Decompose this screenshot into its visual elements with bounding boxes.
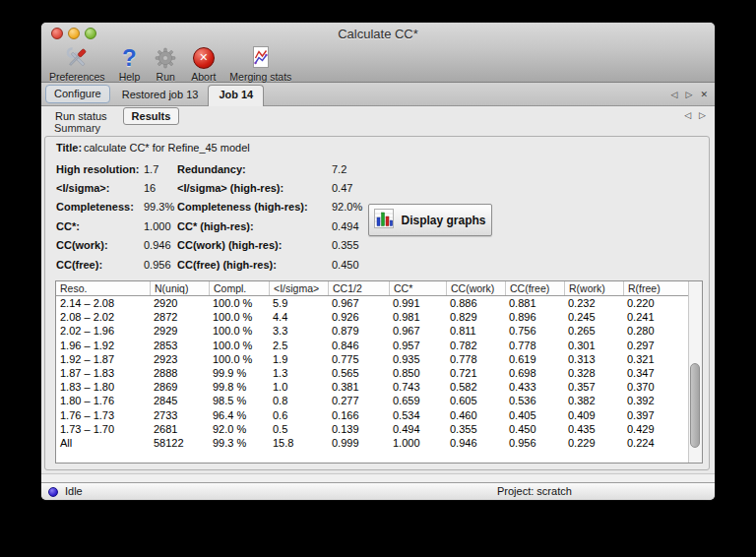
table-row[interactable]: 1.83 – 1.80286999.8 %1.00.3810.7430.5820… (56, 380, 688, 394)
table-cell: 0.619 (505, 352, 564, 366)
table-row[interactable]: 1.76 – 1.73273396.4 %0.60.1660.5340.4600… (56, 408, 688, 422)
table-cell: 0.6 (269, 408, 328, 422)
tools-icon (64, 44, 90, 71)
table-cell: 0.397 (623, 408, 688, 422)
tab-job-14[interactable]: Job 14 (208, 85, 264, 106)
subtab-scroll-right-icon[interactable]: ▷ (699, 110, 706, 120)
table-cell: 0.967 (389, 324, 446, 338)
tab-close-icon[interactable]: ✕ (700, 90, 708, 99)
table-cell: 1.9 (269, 352, 328, 366)
table-cell: 0.409 (564, 408, 623, 422)
column-header[interactable]: R(work) (564, 281, 623, 295)
table-cell: 2872 (150, 310, 209, 324)
table-cell: 0.328 (564, 366, 623, 380)
table-row[interactable]: 1.73 – 1.70268192.0 %0.50.1390.4940.3550… (56, 422, 688, 436)
table-row[interactable]: 1.96 – 1.922853100.0 %2.50.8460.9570.782… (56, 339, 688, 352)
table-cell: 1.80 – 1.76 (56, 394, 150, 407)
preferences-button[interactable]: Preferences (47, 43, 107, 83)
column-header[interactable]: CC(free) (505, 281, 564, 295)
table-cell: 0.229 (564, 436, 623, 450)
table-cell: 0.301 (564, 339, 623, 352)
table-row[interactable]: 1.80 – 1.76284598.5 %0.80.2770.6590.6050… (56, 394, 688, 407)
table-cell: 2853 (150, 339, 209, 352)
toolbar-item-label: Preferences (49, 71, 105, 83)
summary-value: 1.000 (144, 220, 177, 232)
column-header[interactable]: N(uniq) (150, 281, 209, 295)
result-tab-bar: Run status Results ◁ ▷ (41, 106, 715, 125)
table-row[interactable]: 1.87 – 1.83288899.9 %1.30.5650.8500.7210… (56, 366, 688, 380)
scrollbar-thumb[interactable] (690, 363, 700, 448)
column-header[interactable]: R(free) (623, 281, 688, 295)
table-cell: 0.850 (389, 366, 446, 380)
column-header[interactable]: CC* (389, 281, 446, 295)
abort-button[interactable]: ✕ Abort (189, 43, 218, 83)
summary-title-row: Title:calculate CC* for Refine_45 model (56, 142, 250, 154)
table-cell: 99.8 % (209, 380, 269, 394)
summary-label: Completeness (high-res): (177, 201, 332, 213)
table-cell: 0.778 (446, 352, 505, 366)
run-button[interactable]: Run (152, 43, 179, 83)
table-scrollbar[interactable] (688, 281, 702, 463)
column-header[interactable]: <I/sigma> (269, 281, 328, 295)
table-cell: 2.14 – 2.08 (56, 296, 150, 310)
table-row[interactable]: 2.02 – 1.962929100.0 %3.30.8790.9670.811… (56, 324, 688, 338)
summary-label: <I/sigma>: (56, 182, 144, 194)
column-header[interactable]: Compl. (209, 281, 269, 295)
summary-value: 0.946 (144, 239, 177, 251)
table-cell: 2.5 (269, 339, 328, 352)
window-title: Calculate CC* (41, 27, 715, 41)
toolbar-item-label: Run (157, 71, 175, 83)
pane-bottom-strip (41, 473, 715, 482)
summary-value: 7.2 (332, 163, 401, 175)
table-cell: 0.5 (269, 422, 328, 436)
table-row[interactable]: 2.08 – 2.022872100.0 %4.40.9260.9810.829… (56, 310, 688, 324)
tab-results[interactable]: Results (123, 107, 180, 125)
table-cell: 0.534 (389, 408, 446, 422)
column-header[interactable]: CC(work) (446, 281, 505, 295)
project-label: Project: scratch (497, 485, 572, 497)
summary-label: CC(free) (high-res): (177, 259, 332, 271)
table-cell: 0.981 (389, 310, 446, 324)
table-cell: 0.935 (389, 352, 446, 366)
summary-value: 0.450 (332, 259, 401, 271)
table-cell: 1.92 – 1.87 (56, 352, 150, 366)
help-button[interactable]: ? Help (117, 43, 143, 83)
tab-scroll-left-icon[interactable]: ◁ (671, 90, 678, 99)
summary-value: 16 (144, 182, 177, 194)
table-cell: 0.565 (328, 366, 389, 380)
table-cell: 0.896 (505, 310, 564, 324)
table-cell: 2681 (150, 422, 209, 436)
summary-value: 0.47 (332, 182, 401, 194)
column-header[interactable]: Reso. (56, 281, 150, 295)
table-row[interactable]: All5812299.3 %15.80.9991.0000.9460.9560.… (56, 436, 688, 450)
table-cell: 1.3 (269, 366, 328, 380)
toolbar-item-label: Merging stats (229, 71, 291, 83)
summary-title-label: Title: (56, 142, 84, 154)
display-graphs-button[interactable]: Display graphs (368, 204, 492, 236)
table-row[interactable]: 1.92 – 1.872923100.0 %1.90.7750.9350.778… (56, 352, 688, 366)
gear-icon (154, 44, 177, 71)
summary-value: 0.956 (144, 259, 177, 271)
tab-scroll-right-icon[interactable]: ▷ (686, 90, 693, 99)
table-cell: 0.698 (505, 366, 564, 380)
status-led-icon (48, 487, 58, 497)
table-cell: 0.280 (623, 324, 688, 338)
table-cell: 0.392 (623, 394, 688, 407)
table-row[interactable]: 2.14 – 2.082920100.0 %5.90.9670.9910.886… (56, 296, 688, 310)
subtab-scroll-left-icon[interactable]: ◁ (684, 110, 691, 120)
results-table: Reso.N(uniq)Compl.<I/sigma>CC1/2CC*CC(wo… (55, 280, 703, 464)
tab-restored-job-13[interactable]: Restored job 13 (112, 85, 209, 105)
summary-label: Completeness: (56, 201, 144, 213)
column-header[interactable]: CC1/2 (328, 281, 389, 295)
table-cell: 0.659 (389, 394, 446, 407)
table-cell: 0.139 (328, 422, 389, 436)
table-cell: 1.87 – 1.83 (56, 366, 150, 380)
tab-configure[interactable]: Configure (45, 85, 110, 103)
table-cell: 0.991 (389, 296, 446, 310)
table-cell: All (56, 436, 150, 450)
table-cell: 0.357 (564, 380, 623, 394)
table-cell: 99.3 % (209, 436, 269, 450)
merging-stats-button[interactable]: Merging stats (227, 43, 293, 83)
table-cell: 0.536 (505, 394, 564, 407)
table-cell: 2733 (150, 408, 209, 422)
